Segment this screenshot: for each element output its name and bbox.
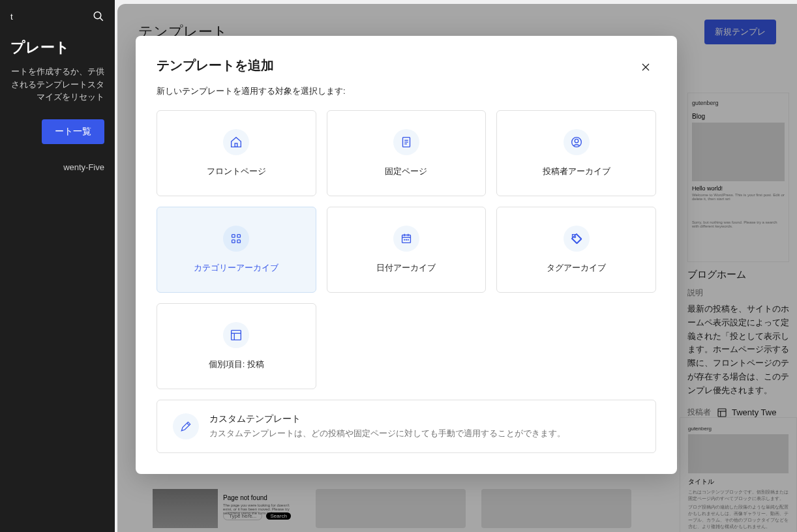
- sidebar-theme-name[interactable]: wenty-Five: [0, 157, 115, 177]
- card-label: カテゴリーアーカイブ: [194, 262, 278, 274]
- template-option-single-post[interactable]: 個別項目: 投稿: [157, 303, 316, 389]
- template-option-tag-archive[interactable]: タグアーカイブ: [496, 207, 656, 293]
- svg-line-29: [187, 423, 189, 425]
- svg-point-24: [408, 239, 408, 240]
- card-label: タグアーカイブ: [547, 262, 606, 274]
- layout-icon: [229, 328, 243, 342]
- svg-rect-17: [237, 240, 241, 243]
- svg-rect-26: [232, 331, 241, 340]
- sidebar: t プレート ートを作成するか、テ供されるテンプレートスタマイズをリセット ート…: [0, 0, 115, 532]
- sidebar-description: ートを作成するか、テ供されるテンプレートスタマイズをリセット: [0, 65, 115, 119]
- svg-rect-16: [232, 240, 235, 243]
- card-label: 固定ページ: [385, 166, 427, 177]
- svg-point-23: [406, 239, 407, 240]
- custom-template-option[interactable]: カスタムテンプレート カスタムテンプレートは、どの投稿や固定ページに対しても手動…: [157, 400, 656, 453]
- svg-rect-7: [235, 143, 237, 147]
- tag-icon: [569, 231, 584, 246]
- edit-icon: [179, 420, 192, 433]
- svg-rect-14: [232, 235, 235, 238]
- template-option-date-archive[interactable]: 日付アーカイブ: [327, 207, 487, 293]
- svg-line-1: [100, 18, 103, 21]
- custom-template-title: カスタムテンプレート: [209, 413, 640, 425]
- svg-point-25: [574, 236, 576, 238]
- sidebar-back-label: t: [10, 12, 13, 22]
- home-icon: [229, 135, 243, 149]
- svg-rect-15: [237, 235, 241, 238]
- card-label: 投稿者アーカイブ: [543, 166, 610, 177]
- custom-template-description: カスタムテンプレートは、どの投稿や固定ページに対しても手動で適用することができま…: [209, 428, 640, 439]
- template-option-author-archive[interactable]: 投稿者アーカイブ: [496, 110, 656, 196]
- template-option-front-page[interactable]: フロントページ: [157, 110, 316, 196]
- category-icon: [229, 231, 243, 246]
- sidebar-list-button[interactable]: ート一覧: [42, 119, 104, 144]
- card-label: 個別項目: 投稿: [209, 359, 264, 370]
- template-option-category-archive[interactable]: カテゴリーアーカイブ: [157, 207, 316, 293]
- svg-point-22: [404, 239, 405, 240]
- modal-subtitle: 新しいテンプレートを適用する対象を選択します:: [157, 85, 656, 97]
- close-icon: [639, 61, 652, 74]
- svg-point-0: [94, 12, 101, 19]
- add-template-modal: テンプレートを追加 新しいテンプレートを適用する対象を選択します: フロントペー…: [136, 36, 677, 474]
- card-label: 日付アーカイブ: [376, 262, 436, 274]
- close-button[interactable]: [635, 57, 656, 78]
- author-icon: [569, 135, 584, 149]
- page-icon: [399, 135, 414, 149]
- search-icon[interactable]: [93, 10, 104, 22]
- calendar-icon: [399, 231, 414, 246]
- sidebar-heading: プレート: [0, 38, 115, 65]
- svg-rect-18: [402, 235, 411, 243]
- template-option-page[interactable]: 固定ページ: [327, 110, 487, 196]
- modal-title: テンプレートを追加: [157, 57, 274, 74]
- svg-point-13: [575, 139, 579, 143]
- card-label: フロントページ: [207, 166, 266, 177]
